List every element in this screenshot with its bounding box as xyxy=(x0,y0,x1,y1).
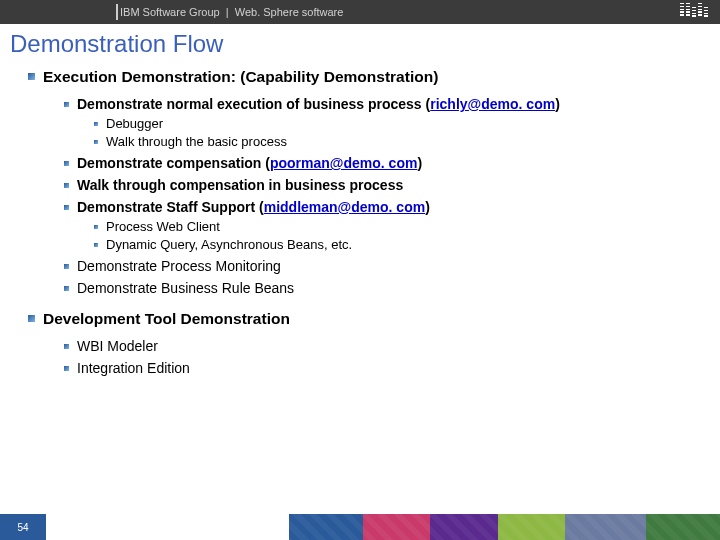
sub-label: Dynamic Query, Asynchronous Beans, etc. xyxy=(106,237,352,252)
item-label: Walk through compensation in business pr… xyxy=(77,177,403,193)
list-item: Demonstrate Process Monitoring xyxy=(64,258,702,274)
ibm-logo-icon xyxy=(680,3,708,17)
slide-title: Demonstration Flow xyxy=(0,24,720,68)
bullet-icon xyxy=(64,205,69,210)
bullet-icon xyxy=(64,264,69,269)
sub-item: Walk through the basic process xyxy=(94,134,702,149)
slide-header: IBM Software Group | Web. Sphere softwar… xyxy=(0,0,720,24)
list-item: Integration Edition xyxy=(64,360,702,376)
header-group: IBM Software Group xyxy=(120,6,220,18)
item-label: Demonstrate Process Monitoring xyxy=(77,258,281,274)
item-label: Integration Edition xyxy=(77,360,190,376)
email-link[interactable]: poorman@demo. com xyxy=(270,155,417,171)
page-number: 54 xyxy=(0,514,46,540)
email-link[interactable]: middleman@demo. com xyxy=(264,199,425,215)
header-product: Web. Sphere software xyxy=(235,6,344,18)
bullet-icon xyxy=(64,161,69,166)
bullet-icon xyxy=(64,366,69,371)
sub-label: Process Web Client xyxy=(106,219,220,234)
email-link[interactable]: richly@demo. com xyxy=(430,96,555,112)
bullet-icon xyxy=(94,243,98,247)
sub-label: Debugger xyxy=(106,116,163,131)
list-item: Walk through compensation in business pr… xyxy=(64,177,702,193)
list-item: Demonstrate Business Rule Beans xyxy=(64,280,702,296)
bullet-icon xyxy=(28,73,35,80)
item-label: WBI Modeler xyxy=(77,338,158,354)
section-item: Execution Demonstration: (Capability Dem… xyxy=(28,68,702,296)
item-label: Demonstrate Business Rule Beans xyxy=(77,280,294,296)
bullet-icon xyxy=(28,315,35,322)
header-sep: | xyxy=(220,6,235,18)
slide-footer: 54 xyxy=(0,514,720,540)
item-label: Demonstrate normal execution of business… xyxy=(77,96,560,112)
list-item: Demonstrate Staff Support (middleman@dem… xyxy=(64,199,702,252)
item-label: Demonstrate compensation (poorman@demo. … xyxy=(77,155,422,171)
bullet-icon xyxy=(64,344,69,349)
bullet-icon xyxy=(94,140,98,144)
sub-item: Dynamic Query, Asynchronous Beans, etc. xyxy=(94,237,702,252)
bullet-icon xyxy=(94,122,98,126)
section-heading: Development Tool Demonstration xyxy=(43,310,290,328)
sub-label: Walk through the basic process xyxy=(106,134,287,149)
bullet-icon xyxy=(64,183,69,188)
sub-item: Debugger xyxy=(94,116,702,131)
slide-content: Execution Demonstration: (Capability Dem… xyxy=(0,68,720,376)
item-label: Demonstrate Staff Support (middleman@dem… xyxy=(77,199,430,215)
section-item: Development Tool DemonstrationWBI Modele… xyxy=(28,310,702,376)
footer-strip xyxy=(46,514,720,540)
bullet-icon xyxy=(64,286,69,291)
bullet-icon xyxy=(94,225,98,229)
bullet-icon xyxy=(64,102,69,107)
list-item: Demonstrate compensation (poorman@demo. … xyxy=(64,155,702,171)
header-accent xyxy=(116,4,118,20)
list-item: WBI Modeler xyxy=(64,338,702,354)
section-heading: Execution Demonstration: (Capability Dem… xyxy=(43,68,438,86)
list-item: Demonstrate normal execution of business… xyxy=(64,96,702,149)
sub-item: Process Web Client xyxy=(94,219,702,234)
